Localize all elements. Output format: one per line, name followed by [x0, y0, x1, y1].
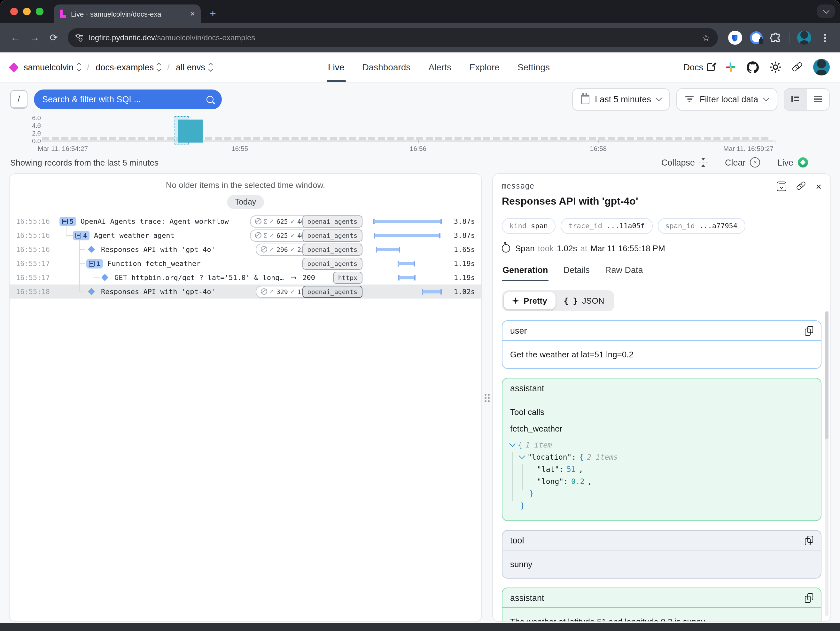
- back-icon[interactable]: ←: [6, 32, 24, 44]
- panel-resize-handle[interactable]: [482, 173, 492, 622]
- timing-duration: 1.02s: [557, 244, 577, 253]
- tree-connector: [79, 249, 85, 250]
- tab-alerts[interactable]: Alerts: [428, 52, 451, 82]
- scope-tag[interactable]: httpx: [333, 271, 362, 284]
- tokens-out-icon: ↙: [290, 218, 295, 224]
- tab-generation[interactable]: Generation: [502, 262, 549, 281]
- local-filter-dropdown[interactable]: Filter local data: [677, 88, 777, 110]
- today-chip[interactable]: Today: [227, 195, 264, 209]
- json-indent-guide: [522, 464, 523, 490]
- theme-sun-icon[interactable]: [770, 62, 781, 73]
- duration-bar-track: [370, 218, 442, 225]
- copy-icon[interactable]: [805, 535, 813, 545]
- search-input[interactable]: Search & filter with SQL...: [34, 89, 222, 109]
- histogram-bar[interactable]: [189, 135, 194, 140]
- pretty-toggle-button[interactable]: Pretty: [504, 292, 556, 309]
- y-tick-mark: [38, 133, 41, 134]
- window-close-button[interactable]: [10, 8, 18, 15]
- span-timing-line: Span took 1.02s at Mar 11 16:55:18 PM: [502, 244, 821, 253]
- breadcrumb-project[interactable]: docs-examples: [96, 62, 161, 72]
- copy-icon[interactable]: [805, 326, 813, 335]
- tab-live[interactable]: Live: [328, 52, 344, 82]
- json-collapse-icon[interactable]: [519, 453, 525, 459]
- status-actions: Collapse Clear× Live: [661, 157, 808, 167]
- docs-link[interactable]: Docs: [684, 62, 715, 72]
- tab-dashboards[interactable]: Dashboards: [362, 52, 411, 82]
- window-zoom-button[interactable]: [36, 8, 43, 15]
- collapse-group-badge[interactable]: 4: [73, 230, 90, 240]
- tab-settings[interactable]: Settings: [518, 52, 550, 82]
- address-bar[interactable]: logfire.pydantic.dev/samuelcolvin/docs-e…: [68, 28, 718, 47]
- json-collapse-icon[interactable]: [509, 440, 516, 447]
- archive-check-icon[interactable]: [777, 181, 786, 191]
- forward-icon[interactable]: →: [25, 32, 43, 44]
- scope-tag[interactable]: openai_agents: [302, 286, 362, 298]
- view-mode-toggle: [784, 88, 830, 110]
- tokens-in: 296: [276, 246, 288, 253]
- scope-tag[interactable]: openai_agents: [302, 243, 362, 256]
- slack-icon[interactable]: [726, 62, 736, 72]
- table-row[interactable]: 16:55:17 GET httpbin.org/get ? lat='51.0…: [9, 270, 482, 284]
- duration-bar: [398, 261, 415, 267]
- render-mode-toggle: Pretty { }JSON: [502, 290, 614, 311]
- tokens-in-icon: ↗: [270, 288, 274, 295]
- kind-tag[interactable]: kindspan: [502, 218, 556, 234]
- tree-view-button[interactable]: [785, 88, 807, 110]
- site-settings-icon[interactable]: [76, 35, 83, 41]
- span-diamond-icon: [88, 288, 95, 295]
- scope-tag[interactable]: openai_agents: [302, 229, 362, 241]
- github-icon[interactable]: [747, 61, 759, 73]
- list-view-button[interactable]: [807, 88, 829, 110]
- tokens-out-icon: ↙: [290, 232, 295, 238]
- browser-tab[interactable]: Live · samuelcolvin/docs-exa ×: [54, 5, 201, 23]
- json-toggle-button[interactable]: { }JSON: [556, 292, 613, 309]
- tab-search-button[interactable]: [817, 5, 835, 18]
- clear-button[interactable]: Clear×: [725, 157, 760, 167]
- span-id-tag[interactable]: span_id...a77954: [657, 218, 745, 234]
- window-minimize-button[interactable]: [23, 8, 31, 15]
- logfire-logo-icon[interactable]: [9, 62, 19, 72]
- new-tab-button[interactable]: +: [201, 8, 216, 23]
- browser-profile-avatar[interactable]: [797, 31, 811, 45]
- collapse-group-badge[interactable]: 5: [60, 216, 76, 226]
- sigma-icon: Σ: [264, 232, 267, 239]
- bookmark-star-icon[interactable]: ☆: [702, 33, 710, 43]
- reload-icon[interactable]: ⟳: [45, 32, 63, 44]
- tree-connector: [66, 235, 73, 236]
- tab-close-icon[interactable]: ×: [190, 9, 195, 18]
- tab-details[interactable]: Details: [563, 262, 591, 281]
- live-toggle[interactable]: Live: [777, 157, 808, 167]
- collapse-group-badge[interactable]: 1: [86, 259, 103, 268]
- tab-raw-data[interactable]: Raw Data: [605, 262, 644, 281]
- user-avatar[interactable]: [813, 59, 830, 76]
- bitwarden-extension-icon[interactable]: [728, 31, 742, 45]
- share-link-icon[interactable]: [792, 62, 802, 72]
- json-indent-guide: [512, 452, 513, 501]
- breadcrumb-env[interactable]: all envs: [176, 62, 212, 72]
- scope-tag[interactable]: openai_agents: [302, 257, 362, 270]
- shield-icon: [731, 33, 739, 42]
- browser-menu-icon[interactable]: [824, 37, 826, 39]
- minus-square-icon: [89, 260, 95, 266]
- child-count: 4: [83, 232, 87, 239]
- extensions-area: [725, 31, 834, 45]
- copy-link-icon[interactable]: [797, 181, 806, 191]
- records-histogram[interactable]: 6.0 4.0 2.0 0.0 Mar 11. 16:54:27 16:55 1…: [10, 116, 830, 154]
- row-timestamp: 16:55:16: [9, 217, 60, 226]
- tab-explore[interactable]: Explore: [469, 52, 500, 82]
- collapse-button[interactable]: Collapse: [661, 158, 708, 167]
- scope-tag[interactable]: openai_agents: [302, 215, 362, 227]
- extensions-puzzle-icon[interactable]: [770, 32, 781, 43]
- copy-icon[interactable]: [805, 593, 813, 603]
- scrollbar[interactable]: [825, 311, 829, 616]
- pretty-label: Pretty: [524, 296, 547, 306]
- table-row[interactable]: 16:55:16 5 OpenAI Agents trace: Agent wo…: [9, 214, 482, 228]
- trace-id-tag[interactable]: trace_id...11a05f: [561, 218, 652, 234]
- time-range-dropdown[interactable]: Last 5 minutes: [572, 88, 670, 110]
- app-navbar: samuelcolvin / docs-examples / all envs …: [0, 52, 840, 82]
- chevron-down-icon: [656, 95, 662, 101]
- table-row[interactable]: 16:55:16 4 Agent weather agent Σ↗625↙40 …: [9, 228, 482, 242]
- password-extension-icon[interactable]: [750, 32, 762, 44]
- breadcrumb-org[interactable]: samuelcolvin: [24, 62, 81, 72]
- close-icon[interactable]: ×: [816, 181, 821, 191]
